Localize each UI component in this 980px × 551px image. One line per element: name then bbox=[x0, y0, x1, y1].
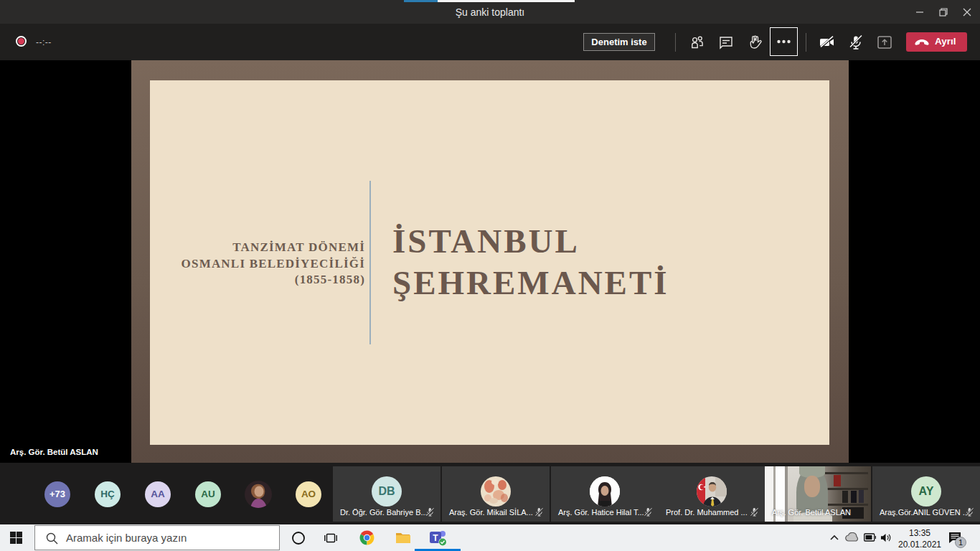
svg-text:T: T bbox=[433, 533, 438, 543]
